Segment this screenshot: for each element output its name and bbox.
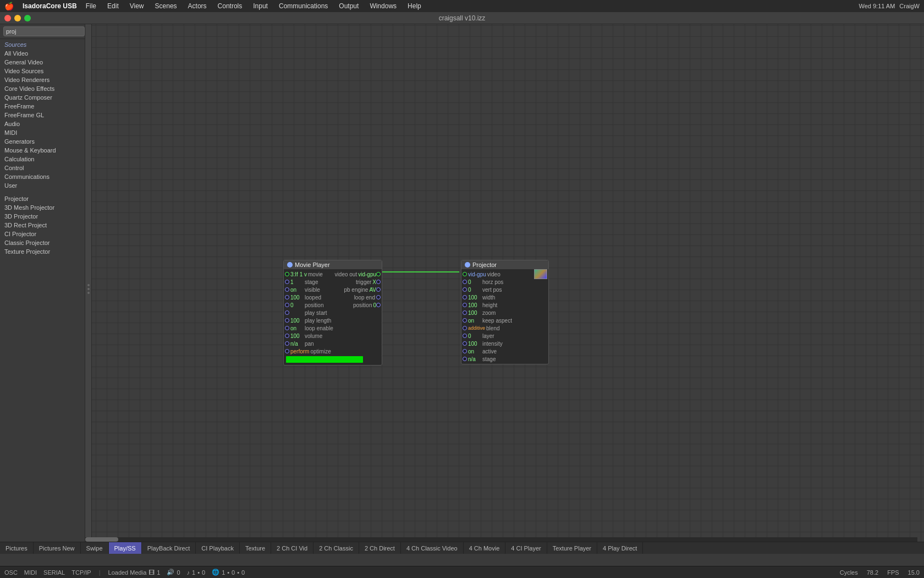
- menu-edit[interactable]: Edit: [105, 2, 121, 10]
- sidebar-item-freeframe-gl[interactable]: FreeFrame GL: [0, 111, 85, 119]
- tab-texture-player[interactable]: Texture Player: [547, 542, 597, 554]
- port-height-in[interactable]: [463, 303, 467, 307]
- port-optimize-in[interactable]: [285, 349, 289, 353]
- sidebar-item-communications[interactable]: Communications: [0, 172, 85, 181]
- menu-input[interactable]: Input: [251, 2, 270, 10]
- port-position-out[interactable]: [376, 303, 381, 307]
- search-input[interactable]: [3, 26, 85, 36]
- port-loop-end-out[interactable]: [376, 295, 381, 299]
- port-blend-in[interactable]: [463, 326, 467, 330]
- sidebar-item-freeframe[interactable]: FreeFrame: [0, 102, 85, 111]
- port-layer-in[interactable]: [463, 334, 467, 338]
- menu-actors[interactable]: Actors: [186, 2, 209, 10]
- midi-label: MIDI: [24, 569, 37, 576]
- sidebar-item-projector[interactable]: Projector: [0, 194, 85, 203]
- port-looped-in[interactable]: [285, 295, 289, 299]
- port-play-length-in[interactable]: [285, 318, 289, 323]
- tab-4ch-movie[interactable]: 4 Ch Movie: [464, 542, 506, 554]
- tab-play-ss[interactable]: Play/SS: [109, 542, 142, 554]
- osc-status[interactable]: OSC: [4, 569, 18, 576]
- port-pb-engine-out[interactable]: [376, 287, 381, 292]
- tab-pictures-new[interactable]: Pictures New: [34, 542, 81, 554]
- resize-strip[interactable]: [85, 24, 92, 554]
- maximize-button[interactable]: [24, 15, 31, 21]
- sidebar-item-texture-projector[interactable]: Texture Projector: [0, 247, 85, 256]
- movie-player-node[interactable]: Movie Player 3:If 1 v movie video out vi…: [283, 260, 382, 366]
- serial-label: SERIAL: [43, 569, 65, 576]
- port-video-out[interactable]: [376, 272, 381, 276]
- sidebar-item-mouse-keyboard[interactable]: Mouse & Keyboard: [0, 146, 85, 155]
- label-width: width: [481, 295, 548, 301]
- proj-row-horz-pos: 0 horz pos: [461, 278, 548, 286]
- close-button[interactable]: [4, 15, 11, 21]
- tcpip-status[interactable]: TCP/IP: [72, 569, 91, 576]
- sidebar-item-3d-projector[interactable]: 3D Projector: [0, 212, 85, 221]
- port-position-in[interactable]: [285, 303, 289, 307]
- tab-4ci-player[interactable]: 4 CI Player: [505, 542, 547, 554]
- minimize-button[interactable]: [14, 15, 21, 21]
- projector-node[interactable]: Projector vid-gpu video 0 horz pos: [461, 260, 549, 364]
- port-stage-in[interactable]: [285, 280, 289, 284]
- tab-texture[interactable]: Texture: [240, 542, 271, 554]
- port-stage-in[interactable]: [463, 357, 467, 361]
- tab-2ch-direct[interactable]: 2 Ch Direct: [359, 542, 401, 554]
- sidebar-item-video-renderers[interactable]: Video Renderers: [0, 75, 85, 84]
- tab-4ch-classic-video[interactable]: 4 Ch Classic Video: [401, 542, 464, 554]
- port-keep-aspect-in[interactable]: [463, 318, 467, 323]
- tab-2ch-ci-vid[interactable]: 2 Ch CI Vid: [271, 542, 314, 554]
- sidebar-item-core-video-effects[interactable]: Core Video Effects: [0, 84, 85, 93]
- port-active-in[interactable]: [463, 349, 467, 353]
- port-play-start-in[interactable]: [285, 310, 289, 315]
- proj-row-layer: 0 layer: [461, 332, 548, 340]
- port-proj-video-in[interactable]: [463, 272, 467, 276]
- sidebar-item-general-video[interactable]: General Video: [0, 58, 85, 67]
- midi-status[interactable]: MIDI: [24, 569, 37, 576]
- apple-menu[interactable]: 🍎: [4, 2, 14, 10]
- tab-swipe[interactable]: Swipe: [81, 542, 109, 554]
- sidebar-item-quartz-composer[interactable]: Quartz Composer: [0, 93, 85, 102]
- tab-pictures[interactable]: Pictures: [0, 542, 34, 554]
- menu-scenes[interactable]: Scenes: [153, 2, 179, 10]
- menu-view[interactable]: View: [128, 2, 146, 10]
- port-intensity-in[interactable]: [463, 341, 467, 346]
- tab-playback-direct[interactable]: PlayBack Direct: [142, 542, 196, 554]
- sidebar-item-3d-rect-project[interactable]: 3D Rect Project: [0, 221, 85, 230]
- sidebar-item-classic-projector[interactable]: Classic Projector: [0, 238, 85, 247]
- sidebar-item-user[interactable]: User: [0, 181, 85, 190]
- scrollbar-thumb[interactable]: [85, 537, 118, 542]
- port-width-in[interactable]: [463, 295, 467, 299]
- port-trigger-out[interactable]: [376, 280, 381, 284]
- menu-communications[interactable]: Communications: [277, 2, 330, 10]
- sidebar-item-audio[interactable]: Audio: [0, 119, 85, 128]
- port-volume-in[interactable]: [285, 334, 289, 338]
- tab-2ch-classic[interactable]: 2 Ch Classic: [314, 542, 359, 554]
- movie-player-body: 3:If 1 v movie video out vid-gpu 1 stage…: [284, 269, 382, 365]
- menu-output[interactable]: Output: [337, 2, 361, 10]
- menu-windows[interactable]: Windows: [367, 2, 399, 10]
- sidebar-item-3d-mesh-projector[interactable]: 3D Mesh Projector: [0, 203, 85, 212]
- port-horz-pos-in[interactable]: [463, 280, 467, 284]
- sidebar-item-midi[interactable]: MIDI: [0, 128, 85, 137]
- port-pan-in[interactable]: [285, 341, 289, 346]
- tab-4play-direct[interactable]: 4 Play Direct: [597, 542, 643, 554]
- osc-label: OSC: [4, 569, 18, 576]
- port-zoom-in[interactable]: [463, 310, 467, 315]
- sidebar-item-generators[interactable]: Generators: [0, 137, 85, 146]
- sidebar-item-video-sources[interactable]: Video Sources: [0, 67, 85, 75]
- port-loop-enable-in[interactable]: [285, 326, 289, 330]
- canvas-area[interactable]: Movie Player 3:If 1 v movie video out vi…: [85, 24, 924, 554]
- sidebar-item-all-video[interactable]: All Video: [0, 49, 85, 58]
- port-visible-in[interactable]: [285, 287, 289, 292]
- tab-ci-playback[interactable]: CI Playback: [196, 542, 240, 554]
- scrollbar-area[interactable]: [85, 537, 917, 542]
- serial-status[interactable]: SERIAL: [43, 569, 65, 576]
- menu-controls[interactable]: Controls: [216, 2, 245, 10]
- sidebar-item-ci-projector[interactable]: CI Projector: [0, 230, 85, 238]
- sidebar-item-calculation[interactable]: Calculation: [0, 155, 85, 163]
- port-movie-in[interactable]: [285, 272, 289, 276]
- sidebar-item-control[interactable]: Control: [0, 163, 85, 172]
- port-vert-pos-in[interactable]: [463, 287, 467, 292]
- menu-help[interactable]: Help: [405, 2, 424, 10]
- menu-file[interactable]: File: [84, 2, 98, 10]
- status-right: Cycles 78.2 FPS 15.0: [840, 569, 920, 576]
